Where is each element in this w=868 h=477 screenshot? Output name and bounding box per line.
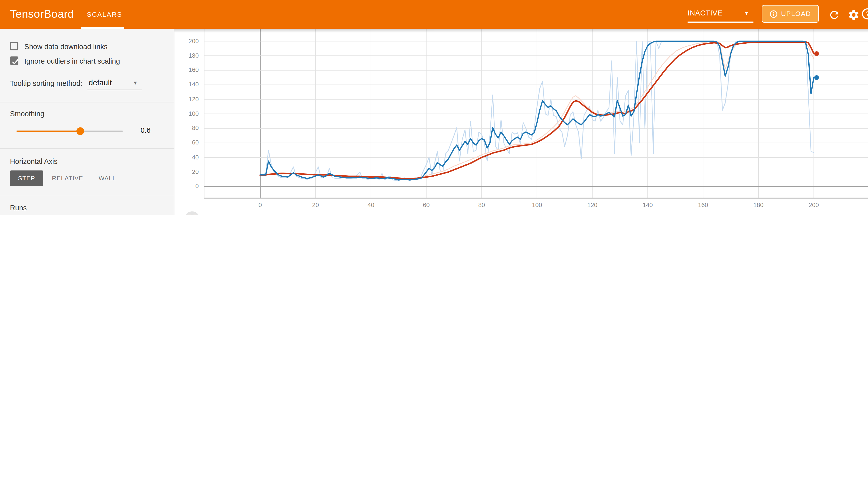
chart-toolbar: [184, 211, 240, 215]
settings-gear-button[interactable]: [847, 9, 860, 21]
x-axis-tick-label: 160: [692, 201, 714, 208]
tab-active-indicator: [81, 27, 124, 29]
status-dropdown[interactable]: INACTIVE: [688, 9, 722, 17]
info-icon: [769, 10, 778, 18]
tooltip-sorting-label: Tooltip sorting method:: [10, 79, 82, 87]
upload-button[interactable]: UPLOAD: [762, 5, 818, 23]
fit-data-icon: [226, 213, 238, 215]
x-axis-tick-label: 180: [747, 201, 770, 208]
tooltip-sorting-underline: [87, 90, 142, 90]
rewards-chart-x-axis: 020406080100120140160180200: [175, 201, 868, 209]
runs-label: Runs: [10, 203, 27, 212]
fit-domain-button[interactable]: [224, 211, 240, 215]
x-axis-tick-label: 60: [415, 201, 437, 208]
tab-scalars[interactable]: SCALARS: [87, 10, 122, 18]
x-axis-tick-label: 0: [249, 201, 271, 208]
ignore-outliers-label: Ignore outliers in chart scaling: [25, 57, 120, 65]
smoothing-slider-knob[interactable]: [76, 127, 84, 135]
x-axis-tick-label: 100: [526, 201, 548, 208]
ignore-outliers-checkbox[interactable]: [10, 56, 18, 65]
x-axis-tick-label: 140: [637, 201, 659, 208]
horizontal-axis-label: Horizontal Axis: [10, 157, 58, 165]
divider: [0, 195, 175, 195]
scalars-dashboard: 020406080100120140160180200 020406080100…: [175, 29, 868, 215]
axis-relative-button[interactable]: RELATIVE: [53, 170, 83, 186]
x-axis-tick-label: 80: [470, 201, 493, 208]
fullscreen-icon: [187, 214, 198, 215]
check-icon: [11, 58, 19, 65]
log-scale-button[interactable]: [205, 211, 220, 215]
divider: [0, 102, 175, 102]
x-axis-tick-label: 200: [803, 201, 825, 208]
app-title: TensorBoard: [10, 8, 74, 21]
refresh-button[interactable]: [828, 9, 840, 21]
chevron-down-icon[interactable]: ▼: [744, 10, 749, 16]
tooltip-sorting-dropdown[interactable]: default: [89, 78, 112, 87]
expand-chart-button[interactable]: [184, 211, 200, 215]
divider: [0, 148, 175, 149]
smoothing-value-input[interactable]: 0.6: [130, 126, 160, 134]
axis-wall-button[interactable]: WALL: [97, 170, 117, 186]
smoothing-slider[interactable]: [17, 130, 123, 131]
smoothing-label: Smoothing: [10, 109, 44, 118]
rewards-chart[interactable]: [175, 29, 868, 200]
smoothing-value-underline: [130, 137, 160, 137]
help-icon[interactable]: ?: [862, 8, 868, 19]
status-dropdown-underline: [688, 22, 753, 23]
chevron-down-icon[interactable]: ▼: [133, 80, 138, 86]
upload-button-label: UPLOAD: [781, 10, 811, 18]
x-axis-tick-label: 40: [360, 201, 382, 208]
show-download-links-checkbox[interactable]: [10, 42, 18, 51]
lines-icon: [207, 214, 217, 215]
show-download-links-label: Show data download links: [25, 43, 107, 51]
x-axis-tick-label: 20: [305, 201, 327, 208]
tensorboard-app: TensorBoard SCALARS INACTIVE ▼ UPLOAD ? …: [0, 0, 868, 215]
settings-sidebar: Show data download links Ignore outliers…: [0, 29, 175, 215]
app-header: TensorBoard SCALARS INACTIVE ▼ UPLOAD ?: [0, 0, 868, 29]
x-axis-tick-label: 120: [581, 201, 603, 208]
smoothing-slider-fill: [17, 130, 80, 131]
axis-step-button[interactable]: STEP: [10, 170, 43, 186]
